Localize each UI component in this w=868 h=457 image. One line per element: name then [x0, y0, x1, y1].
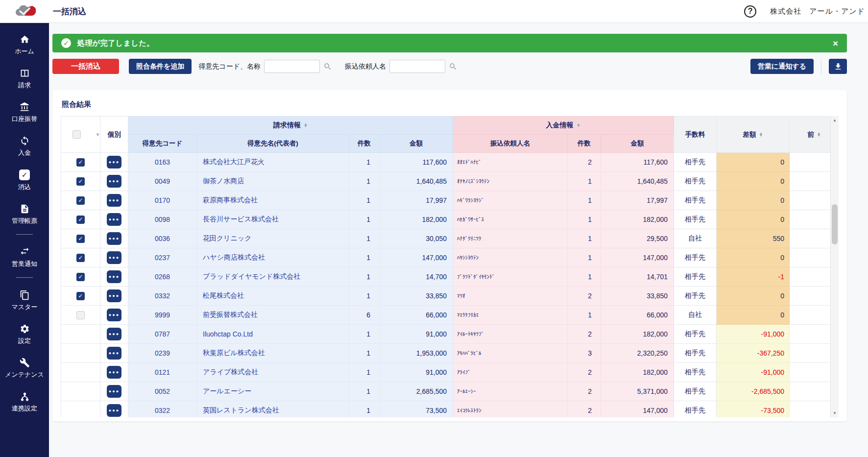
row-checkbox[interactable]: ✓ [76, 273, 85, 281]
select-all-checkbox[interactable] [72, 130, 81, 139]
customer-name-link[interactable]: Iluohctap Co.Ltd [197, 325, 349, 344]
payment-amount-cell: 182,000 [601, 363, 674, 382]
sidebar-item-account-transfer[interactable]: 口座振替 [0, 98, 49, 127]
sidebar-item-maintenance[interactable]: メンテナンス [0, 354, 49, 383]
row-actions-button[interactable]: ●●● [107, 309, 121, 321]
fee-cell: 相手先 [674, 172, 717, 191]
customer-name-link[interactable]: ブラッドダイヤモンド株式会社 [197, 267, 349, 287]
row-checkbox[interactable]: ✓ [76, 196, 85, 205]
customer-name-link[interactable]: 萩原商事株式会社 [197, 191, 349, 210]
sort-icon[interactable]: ▲▼ [759, 133, 763, 137]
row-actions-button[interactable]: ●●● [107, 289, 121, 302]
notify-sales-button[interactable]: 営業に通知する [750, 59, 814, 74]
row-checkbox[interactable]: ✓ [76, 292, 85, 300]
invoice-amount-cell: 2,685,500 [380, 382, 453, 401]
table-row: ●●● 0052 アールエーシー 1 2,685,500 ｱｰﾙｴｰｼｰ 2 5… [61, 382, 839, 401]
select-menu-caret-icon[interactable]: ▼ [96, 132, 100, 137]
customer-name-link[interactable]: 御茶ノ水商店 [197, 172, 349, 191]
sort-icon[interactable]: ▼ [577, 124, 581, 127]
row-actions-button[interactable]: ●●● [107, 156, 121, 168]
row-actions-button[interactable]: ●●● [107, 194, 121, 207]
customer-search-icon[interactable] [323, 62, 332, 71]
customer-code-link[interactable]: 0121 [128, 363, 197, 382]
customer-search-label: 得意先コード、名称 [198, 62, 261, 71]
customer-name-link[interactable]: 松尾株式会社 [197, 287, 349, 306]
customer-name-link[interactable]: アールエーシー [197, 382, 349, 401]
payment-count-cell: 2 [568, 153, 601, 172]
payer-search-input[interactable] [389, 60, 445, 73]
customer-name-link[interactable]: 長谷川サービス株式会社 [197, 210, 349, 229]
row-individual-cell: ●●● [100, 344, 128, 363]
invoice-group-header[interactable]: 請求情報▲▼ [128, 117, 453, 135]
row-checkbox[interactable]: ✓ [76, 158, 85, 167]
row-actions-button[interactable]: ●●● [107, 251, 121, 264]
customer-name-link[interactable]: 秋葉原ビル株式会社 [197, 344, 349, 363]
sort-icon[interactable]: ▲▼ [817, 133, 821, 137]
row-checkbox[interactable] [76, 311, 85, 319]
customer-code-link[interactable]: 0163 [128, 153, 197, 172]
row-checkbox[interactable]: ✓ [76, 177, 85, 186]
row-actions-button[interactable]: ●●● [107, 213, 121, 226]
invoice-count-cell: 1 [349, 344, 380, 363]
scroll-up-icon[interactable]: ▲ [831, 116, 839, 124]
sort-icon[interactable]: ▲▼ [304, 123, 308, 128]
bulk-clear-button[interactable]: 一括消込 [52, 59, 119, 74]
customer-code-link[interactable]: 0787 [128, 325, 197, 344]
customer-code-link[interactable]: 0052 [128, 382, 197, 401]
payer-search-label: 振込依頼人名 [345, 62, 386, 71]
row-actions-button[interactable]: ●●● [107, 366, 121, 379]
customer-name-link[interactable]: 英国レストラン株式会社 [197, 401, 349, 418]
invoice-count-cell: 1 [349, 325, 380, 344]
invoice-count-cell: 1 [349, 382, 380, 401]
row-actions-button[interactable]: ●●● [107, 404, 121, 417]
customer-code-link[interactable]: 0170 [128, 191, 197, 210]
sidebar-item-invoice[interactable]: 請求 [0, 65, 49, 93]
sidebar-item-reports[interactable]: 管理帳票 [0, 200, 49, 229]
sidebar-item-deposit[interactable]: 入金 [0, 132, 49, 161]
customer-code-link[interactable]: 0098 [128, 210, 197, 229]
payer-search-icon[interactable] [449, 62, 458, 71]
scrollbar-thumb[interactable] [832, 204, 838, 244]
customer-name-link[interactable]: 株式会社大江戸花火 [197, 153, 349, 172]
sidebar-item-home[interactable]: ホーム [0, 31, 49, 59]
row-actions-button[interactable]: ●●● [107, 347, 121, 360]
customer-code-link[interactable]: 0268 [128, 267, 197, 287]
row-checkbox[interactable]: ✓ [76, 254, 85, 262]
row-checkbox[interactable]: ✓ [76, 235, 85, 243]
row-actions-button[interactable]: ●●● [107, 175, 121, 188]
sidebar-item-clearing[interactable]: ✓ 消込 [0, 166, 49, 195]
customer-code-link[interactable]: 0239 [128, 344, 197, 363]
sidebar-item-settings[interactable]: 設定 [0, 320, 49, 349]
fee-cell: 相手先 [674, 267, 717, 287]
customer-code-link[interactable]: 9999 [128, 306, 197, 325]
table-vertical-scrollbar[interactable]: ▲ ▼ [830, 116, 839, 417]
row-actions-button[interactable]: ●●● [107, 385, 121, 398]
customer-search-input[interactable] [264, 60, 320, 73]
customer-code-link[interactable]: 0049 [128, 172, 197, 191]
row-actions-button[interactable]: ●●● [107, 270, 121, 283]
row-checkbox[interactable]: ✓ [76, 216, 85, 224]
customer-name-link[interactable]: アライブ株式会社 [197, 363, 349, 382]
difference-header[interactable]: 差額▲▼ [717, 117, 790, 153]
customer-code-link[interactable]: 0237 [128, 248, 197, 267]
customer-code-link[interactable]: 0036 [128, 229, 197, 248]
banner-close-icon[interactable]: × [833, 39, 838, 48]
customer-name-link[interactable]: ハヤシ商店株式会社 [197, 248, 349, 267]
sidebar-item-master[interactable]: マスター [0, 287, 49, 315]
payment-group-header[interactable]: 入金情報▼ [453, 117, 674, 135]
customer-code-link[interactable]: 0322 [128, 401, 197, 418]
row-actions-button[interactable]: ●●● [107, 328, 121, 340]
add-matching-condition-button[interactable]: 照合条件を追加 [129, 59, 192, 74]
sidebar-item-integration[interactable]: 連携設定 [0, 388, 49, 416]
scroll-down-icon[interactable]: ▼ [831, 409, 839, 417]
row-individual-cell: ●●● [100, 287, 128, 306]
download-button[interactable] [829, 59, 847, 74]
sidebar-item-sales-notify[interactable]: 営業通知 [0, 243, 49, 272]
success-banner: ✓ 処理が完了しました。 × [52, 34, 847, 52]
customer-name-link[interactable]: 花田クリニック [197, 229, 349, 248]
row-actions-button[interactable]: ●●● [107, 232, 121, 245]
main-content: ✓ 処理が完了しました。 × 一括消込 照合条件を追加 得意先コード、名称 振込… [49, 23, 868, 457]
help-icon[interactable]: ? [744, 5, 756, 18]
customer-code-link[interactable]: 0332 [128, 287, 197, 306]
customer-name-link[interactable]: 前受振替株式会社 [197, 306, 349, 325]
